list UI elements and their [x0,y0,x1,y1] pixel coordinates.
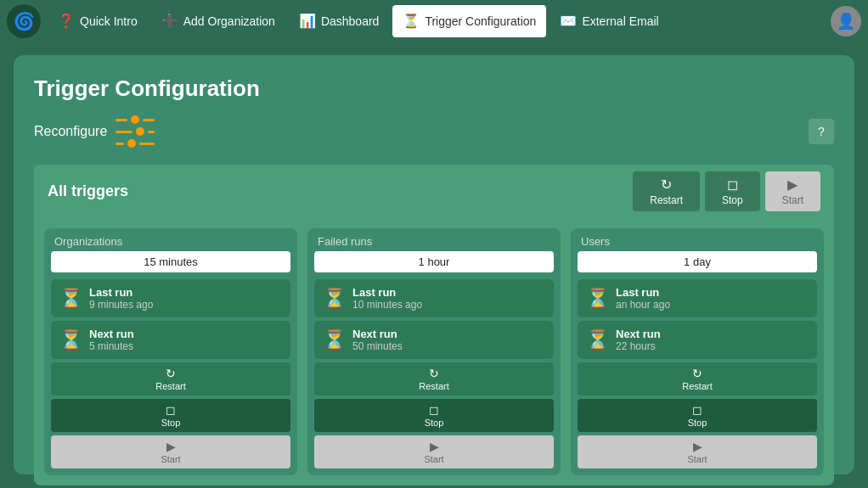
nav-label-external-email: External Email [582,14,658,28]
nav-item-quick-intro[interactable]: ❓ Quick Intro [48,5,148,37]
global-restart-button[interactable]: ↻ Restart [633,171,700,211]
next-run-time-users: 22 hours [616,340,661,352]
dashboard-icon: 📊 [299,13,316,30]
restart-label-failed-runs: Restart [419,381,448,391]
start-button-failed-runs[interactable]: ▶ Start [314,435,554,468]
last-run-info-users: Last run an hour ago [616,286,670,311]
card-interval-organizations: 15 minutes [51,251,290,272]
last-run-label-users: Last run [616,286,670,299]
stop-icon-fr: ◻ [429,403,439,417]
nav-label-trigger-configuration: Trigger Configuration [425,14,536,28]
action-row-organizations: ↻ Restart ◻ Stop ▶ Start [51,362,290,468]
last-run-label-organizations: Last run [89,286,153,299]
card-interval-failed-runs: 1 hour [314,251,554,272]
next-run-block-organizations: ⏳ Next run 5 minutes [51,321,290,359]
stop-icon: ◻ [727,177,738,193]
last-run-block-organizations: ⏳ Last run 9 minutes ago [51,279,290,317]
last-run-time-users: an hour ago [616,299,670,311]
next-run-icon-failed-runs: ⏳ [323,329,346,351]
main-content: Trigger Configuration Reconfigure [0,42,868,488]
logo-icon: 🌀 [14,11,35,31]
nav-bar: 🌀 ❓ Quick Intro ➕ Add Organization 📊 Das… [0,0,868,42]
slider-track-4 [148,131,155,133]
start-button-organizations[interactable]: ▶ Start [51,435,290,468]
global-stop-label: Stop [722,194,743,206]
trigger-icon: ⏳ [403,13,420,30]
card-header-users: Users [571,228,824,251]
trigger-card-organizations: Organizations 15 minutes ⏳ Last run 9 mi… [44,228,297,475]
start-icon-u: ▶ [693,440,702,453]
slider-track-5 [116,143,124,145]
app-logo: 🌀 [7,4,41,38]
cards-area: Organizations 15 minutes ⏳ Last run 9 mi… [34,218,834,485]
nav-item-dashboard[interactable]: 📊 Dashboard [289,5,390,37]
slider-track-1 [116,119,127,121]
card-header-organizations: Organizations [44,228,297,251]
next-run-time-failed-runs: 50 minutes [352,340,403,352]
restart-button-failed-runs[interactable]: ↻ Restart [314,362,554,395]
global-stop-button[interactable]: ◻ Stop [705,171,760,211]
slider-track-6 [139,143,155,145]
last-run-block-failed-runs: ⏳ Last run 10 minutes ago [314,279,554,317]
slider-knob-3 [127,139,136,148]
restart-button-users[interactable]: ↻ Restart [578,362,817,395]
reconfigure-icon[interactable] [116,115,155,148]
reconfigure-label: Reconfigure [34,124,107,139]
start-button-users[interactable]: ▶ Start [578,435,817,468]
start-label-organizations: Start [161,454,180,464]
nav-item-external-email[interactable]: ✉️ External Email [550,5,668,37]
card-header-failed-runs: Failed runs [307,228,561,251]
restart-label-users: Restart [682,381,712,391]
slider-knob-1 [131,115,139,124]
triggers-header: All triggers ↻ Restart ◻ Stop ▶ Start [34,165,834,218]
restart-icon-fr: ↻ [429,367,439,380]
stop-label-failed-runs: Stop [425,418,444,428]
stop-button-organizations[interactable]: ◻ Stop [51,399,290,432]
stop-button-users[interactable]: ◻ Stop [578,399,817,432]
start-label-failed-runs: Start [424,454,443,464]
slider-line-1 [116,115,155,124]
next-run-block-failed-runs: ⏳ Next run 50 minutes [314,321,554,359]
next-run-icon-organizations: ⏳ [59,329,82,351]
global-restart-label: Restart [650,194,683,206]
global-start-label: Start [782,194,803,206]
stop-icon-org: ◻ [166,403,176,417]
nav-label-add-organization: Add Organization [183,14,275,28]
card-interval-users: 1 day [578,251,817,272]
nav-item-trigger-configuration[interactable]: ⏳ Trigger Configuration [392,5,546,37]
global-start-button[interactable]: ▶ Start [765,171,820,211]
action-row-users: ↻ Restart ◻ Stop ▶ Start [578,362,817,468]
slider-line-3 [116,139,155,148]
help-button[interactable]: ? [809,119,834,144]
page-title: Trigger Configuration [34,76,834,102]
nav-label-quick-intro: Quick Intro [80,14,138,28]
next-run-label-failed-runs: Next run [352,328,403,340]
start-icon-fr: ▶ [430,440,439,453]
add-organization-icon: ➕ [161,13,178,30]
last-run-time-organizations: 9 minutes ago [89,299,153,311]
next-run-label-users: Next run [616,328,661,340]
last-run-info-failed-runs: Last run 10 minutes ago [352,286,422,311]
last-run-time-failed-runs: 10 minutes ago [352,299,422,311]
user-avatar[interactable]: 👤 [831,6,861,36]
all-triggers-label: All triggers [48,182,633,200]
trigger-card-users: Users 1 day ⏳ Last run an hour ago ⏳ Nex… [571,228,824,475]
stop-button-failed-runs[interactable]: ◻ Stop [314,399,554,432]
reconfigure-row: Reconfigure ? [34,115,834,148]
restart-label-organizations: Restart [155,381,185,391]
restart-icon-org: ↻ [166,367,176,380]
action-row-failed-runs: ↻ Restart ◻ Stop ▶ Start [314,362,554,468]
start-icon: ▶ [787,177,798,193]
next-run-time-organizations: 5 minutes [89,340,134,352]
nav-item-add-organization[interactable]: ➕ Add Organization [151,5,285,37]
last-run-label-failed-runs: Last run [352,286,422,299]
start-label-users: Start [687,454,707,464]
restart-button-organizations[interactable]: ↻ Restart [51,362,290,395]
last-run-info-organizations: Last run 9 minutes ago [89,286,153,311]
config-panel: Trigger Configuration Reconfigure [14,55,854,474]
quick-intro-icon: ❓ [58,13,75,30]
slider-track-2 [143,119,155,121]
stop-icon-u: ◻ [692,403,702,417]
start-icon-org: ▶ [166,440,176,453]
next-run-icon-users: ⏳ [586,329,609,351]
